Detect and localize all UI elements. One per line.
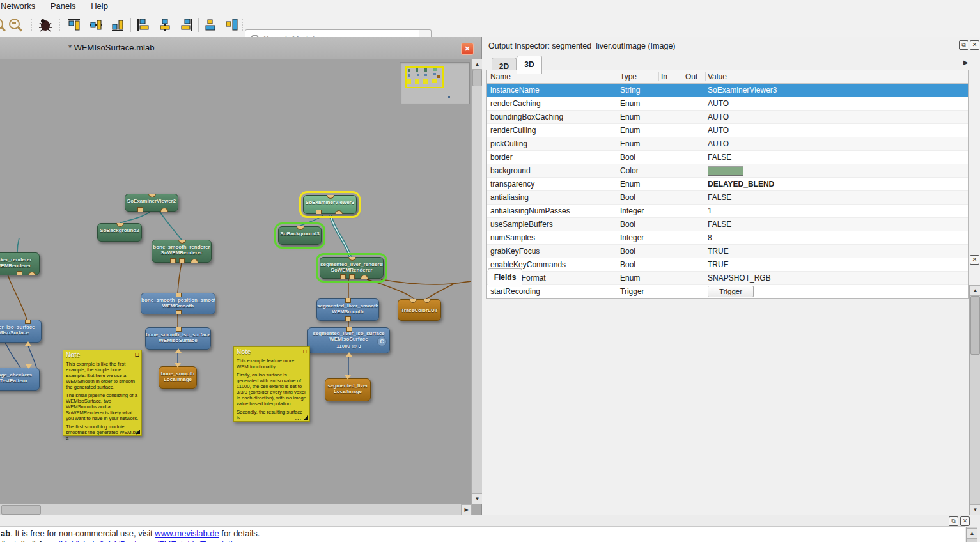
close-panel-icon[interactable]: ✕: [970, 255, 979, 265]
note-sticky[interactable]: Note ⊟ This example feature more WEM fun…: [233, 346, 310, 422]
align-top-icon[interactable]: [66, 17, 82, 33]
table-row[interactable]: numSamplesInteger8: [487, 231, 968, 245]
table-row[interactable]: startRecordingTrigger Trigger: [487, 285, 968, 298]
note-collapse-icon[interactable]: ⊟: [134, 352, 139, 358]
align-hcenter-icon[interactable]: [157, 17, 173, 33]
connector-out[interactable]: [335, 210, 343, 214]
table-row[interactable]: transparencyEnumDELAYED_BLEND: [487, 178, 968, 191]
console-vscrollbar[interactable]: ▲: [966, 527, 977, 542]
note-resize-handle[interactable]: [304, 415, 308, 420]
close-tab-button[interactable]: ✕: [461, 43, 474, 55]
scroll-up-icon[interactable]: ▲: [970, 285, 980, 296]
connector-in[interactable]: [409, 299, 417, 303]
connector-arrow[interactable]: [175, 345, 182, 353]
module-node[interactable]: segmented_liver_iso_surface WEMIsoSurfac…: [307, 327, 390, 353]
connector-in[interactable]: [346, 327, 352, 332]
connector-out[interactable]: [17, 271, 22, 275]
connector-in[interactable]: [348, 257, 356, 261]
network-vscrollbar[interactable]: ▲ ▼: [471, 59, 482, 504]
connector-out[interactable]: [179, 258, 185, 263]
connector-arrow[interactable]: [26, 364, 32, 372]
module-node-selected[interactable]: SoExaminerViewer3: [303, 195, 357, 214]
connector-in[interactable]: [345, 298, 351, 303]
connector-in[interactable]: [176, 327, 182, 332]
network-canvas[interactable]: SoExaminerViewer2 SoBackground2 bone_smo…: [0, 59, 471, 504]
table-row[interactable]: antialiasingBoolFALSE: [487, 191, 968, 205]
note-sticky[interactable]: Note ⊟ This example is like the first ex…: [63, 350, 142, 436]
connector-in[interactable]: [178, 240, 186, 244]
connector-arrow[interactable]: [346, 349, 352, 357]
table-row[interactable]: boundingBoxCachingEnumAUTO: [487, 111, 968, 124]
scroll-right-icon[interactable]: ▶: [461, 504, 472, 515]
distribute-horizontal-icon[interactable]: [203, 17, 219, 33]
scroll-up-icon[interactable]: ▲: [472, 59, 483, 70]
close-panel-icon[interactable]: ✕: [960, 516, 970, 526]
connector-out[interactable]: [191, 259, 198, 263]
fields-vscrollbar[interactable]: ▲ ▼: [969, 285, 980, 515]
connector-in[interactable]: [176, 293, 182, 297]
connector-out[interactable]: [349, 274, 355, 279]
tab-3d[interactable]: 3D: [517, 56, 542, 74]
module-node-selected[interactable]: segmented_liver_rendererSoWEMRenderer: [320, 257, 384, 279]
table-row[interactable]: renderCachingEnumAUTO: [487, 97, 968, 111]
connector-out[interactable]: [345, 316, 351, 321]
module-node[interactable]: segmented_liver_smoothWEMSmooth: [316, 298, 379, 321]
connector-out[interactable]: [361, 275, 368, 279]
note-resize-handle[interactable]: [136, 430, 140, 434]
connector-in[interactable]: [297, 226, 304, 230]
table-header[interactable]: Name Type In Out Value: [487, 70, 968, 84]
table-row[interactable]: stopRecordingTrigger Trigger: [487, 298, 968, 299]
module-node[interactable]: bone_smoothLocalImage: [159, 366, 197, 389]
debug-bug-icon[interactable]: [37, 17, 52, 33]
align-right-icon[interactable]: [179, 17, 194, 33]
connector-arrow[interactable]: [175, 363, 181, 371]
connector-in[interactable]: [25, 320, 31, 324]
module-node[interactable]: page_checkersTestPattern: [0, 368, 40, 391]
module-node[interactable]: checker_rendererSoWEMRenderer: [0, 252, 40, 275]
connector-in[interactable]: [148, 194, 156, 197]
connector-out[interactable]: [160, 208, 168, 212]
module-node[interactable]: bone_smooth_position_smoothWEMSmooth: [141, 293, 215, 314]
network-hscrollbar[interactable]: ▶: [0, 504, 471, 515]
table-row[interactable]: renderCullingEnumAUTO: [487, 124, 968, 137]
color-swatch[interactable]: [708, 166, 743, 176]
menu-networks[interactable]: NNetworksetworks: [0, 0, 42, 12]
menu-help[interactable]: Help: [84, 0, 114, 12]
align-bottom-icon[interactable]: [110, 17, 125, 33]
table-row[interactable]: grabKeyFocusBoolTRUE: [487, 245, 968, 258]
module-node[interactable]: bone_smooth_rendererSoWEMRenderer: [152, 240, 212, 263]
table-row[interactable]: snapshotFormatEnumSNAPSHOT_RGB: [487, 272, 968, 285]
module-node[interactable]: bone_smooth_iso_surfaceWEMIsoSurface: [145, 327, 211, 350]
menu-panels[interactable]: Panels: [44, 0, 82, 12]
connector-in[interactable]: [116, 223, 124, 227]
console-text-area[interactable]: ab. It is free for non-commercial use, v…: [0, 526, 965, 542]
connector-arrow[interactable]: [25, 338, 31, 346]
comment-badge[interactable]: C: [377, 337, 387, 346]
float-panel-icon[interactable]: ⧉: [959, 40, 968, 50]
scroll-up-icon[interactable]: ▲: [967, 528, 977, 539]
connector-out[interactable]: [176, 310, 182, 314]
module-node[interactable]: TraceColorLUT: [398, 299, 441, 321]
module-node[interactable]: checker_iso_surfaceWEMIsoSurface: [0, 320, 42, 343]
module-node-selected[interactable]: SoBackground3: [278, 226, 322, 245]
table-row[interactable]: backgroundColor: [487, 164, 968, 178]
zoom-in-icon[interactable]: [0, 17, 6, 33]
connector-in[interactable]: [423, 299, 431, 303]
network-tab-bar[interactable]: * WEMIsoSurface.mlab ✕: [0, 37, 481, 59]
distribute-vertical-icon[interactable]: [224, 17, 239, 33]
tab-fields[interactable]: Fields: [488, 268, 522, 287]
float-panel-icon[interactable]: ⧉: [949, 516, 958, 526]
table-row[interactable]: useSampleBuffersBoolFALSE: [487, 218, 968, 231]
connector-out[interactable]: [340, 274, 346, 279]
connector-out[interactable]: [316, 210, 322, 214]
connector-out[interactable]: [28, 272, 36, 275]
align-left-icon[interactable]: [136, 17, 151, 33]
trigger-button[interactable]: Trigger: [708, 286, 754, 297]
tab-scroll-right-icon[interactable]: ▶: [961, 59, 970, 67]
table-row[interactable]: pickCullingEnumAUTO: [487, 137, 968, 151]
close-panel-icon[interactable]: ✕: [970, 40, 979, 50]
connector-out[interactable]: [170, 258, 176, 263]
module-node[interactable]: SoBackground2: [97, 223, 142, 242]
table-row[interactable]: borderBoolFALSE: [487, 151, 968, 164]
align-vcenter-icon[interactable]: [88, 17, 104, 33]
